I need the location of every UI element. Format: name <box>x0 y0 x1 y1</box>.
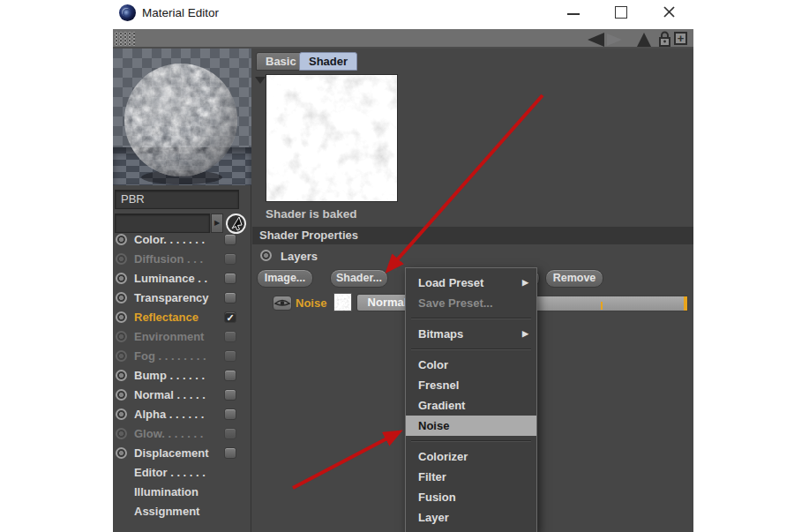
title-bar: Material Editor <box>113 0 693 27</box>
layer-name: Noise <box>296 296 326 310</box>
nav-up-icon[interactable] <box>637 33 651 47</box>
menu-item-bitmaps[interactable]: Bitmaps▶ <box>406 324 536 344</box>
tab-shader[interactable]: Shader <box>299 52 357 71</box>
material-preview <box>113 49 251 185</box>
menu-item-gradient[interactable]: Gradient <box>406 395 536 416</box>
menu-item-label: Noise <box>418 419 449 432</box>
menu-item-fresnel[interactable]: Fresnel <box>406 375 536 395</box>
channel-row-transparency[interactable]: Transparency <box>113 288 251 308</box>
menu-item-layer[interactable]: Layer <box>406 507 536 528</box>
submenu-arrow-icon: ▶ <box>522 273 528 293</box>
channel-checkbox[interactable] <box>224 428 236 439</box>
collapse-triangle-icon[interactable] <box>255 77 266 84</box>
channel-row-illumination[interactable]: Illumination <box>113 483 251 502</box>
channel-row-fog[interactable]: Fog . . . . . . . . <box>113 347 251 366</box>
image-button[interactable]: Image... <box>257 269 313 288</box>
channel-checkbox[interactable] <box>224 331 236 342</box>
lock-icon[interactable] <box>658 31 671 48</box>
channel-row-alpha[interactable]: Alpha . . . . . . <box>113 405 251 424</box>
channel-label: Displacement <box>134 446 209 460</box>
channel-label: Environment <box>134 330 204 343</box>
layer-visibility-toggle[interactable] <box>273 296 292 311</box>
channel-checkbox[interactable] <box>224 447 236 459</box>
channel-radio-icon[interactable] <box>116 331 127 342</box>
channel-radio-icon[interactable] <box>116 389 127 401</box>
channel-checkbox[interactable] <box>224 273 236 284</box>
channel-checkbox[interactable] <box>224 389 236 401</box>
channel-radio-icon[interactable] <box>116 428 127 439</box>
channel-row-reflectance[interactable]: Reflectance✓ <box>113 308 251 327</box>
channel-checkbox[interactable] <box>224 292 236 303</box>
menu-item-noise[interactable]: Noise <box>406 416 536 436</box>
menu-item-colorizer[interactable]: Colorizer <box>406 446 536 467</box>
maximize-button[interactable] <box>610 4 633 23</box>
channel-row-normal[interactable]: Normal . . . . . <box>113 386 251 405</box>
menu-item-label: Filter <box>418 470 446 483</box>
channel-row-displacement[interactable]: Displacement <box>113 444 251 463</box>
drag-grip-icon[interactable] <box>115 32 135 46</box>
channel-radio-icon[interactable] <box>116 447 127 459</box>
channel-radio-icon[interactable] <box>116 350 127 362</box>
channel-row-bump[interactable]: Bump . . . . . . <box>113 366 251 386</box>
channel-checkbox[interactable] <box>224 350 236 362</box>
channel-radio-icon[interactable] <box>116 234 127 245</box>
channel-checkbox-checked[interactable]: ✓ <box>224 311 236 323</box>
menu-item-label: Color <box>418 358 448 371</box>
preview-sphere <box>113 49 251 185</box>
channel-label: Glow. . . . . . . <box>134 427 203 440</box>
channel-label: Reflectance <box>134 311 198 324</box>
menu-item-label: Fresnel <box>418 378 459 392</box>
shader-texture-preview <box>266 74 398 202</box>
channel-row-assignment[interactable]: Assignment <box>113 502 251 521</box>
channel-radio-icon[interactable] <box>116 273 127 284</box>
shader-button[interactable]: Shader... <box>330 269 388 288</box>
channel-row-editor[interactable]: Editor . . . . . . <box>113 463 251 483</box>
menu-separator <box>411 318 531 319</box>
channel-label: Fog . . . . . . . . <box>134 349 206 363</box>
channel-radio-icon[interactable] <box>116 311 127 323</box>
menu-item-label: Fusion <box>418 491 456 504</box>
channel-radio-icon[interactable] <box>116 292 127 303</box>
menu-item-label: Gradient <box>418 399 465 412</box>
minimize-button[interactable] <box>562 4 585 23</box>
layers-label: Layers <box>281 250 318 263</box>
close-button[interactable] <box>658 4 681 23</box>
channel-radio-icon[interactable] <box>116 370 127 381</box>
layer-thumbnail[interactable] <box>333 293 352 311</box>
channel-radio-icon[interactable] <box>116 253 127 265</box>
menu-item-load-preset[interactable]: Load Preset▶ <box>406 273 536 293</box>
channel-checkbox[interactable] <box>224 370 236 381</box>
nav-back-icon[interactable] <box>588 33 604 47</box>
channel-row-glow[interactable]: Glow. . . . . . . <box>113 424 251 444</box>
shader-context-menu: Load Preset▶Save Preset...Bitmaps▶ColorF… <box>405 267 537 532</box>
channel-radio-icon[interactable] <box>116 408 127 420</box>
channel-row-luminance[interactable]: Luminance . . <box>113 269 251 288</box>
channel-label: Alpha . . . . . . <box>134 408 204 421</box>
editor-toolbar: + <box>113 29 693 49</box>
eye-icon <box>273 296 291 310</box>
cinema4d-app-icon <box>119 4 136 21</box>
menu-item-filter[interactable]: Filter <box>406 467 536 487</box>
menu-item-color[interactable]: Color <box>406 355 536 375</box>
channel-label: Diffusion . . . <box>134 252 203 266</box>
maximize-icon <box>615 6 627 19</box>
material-name-field[interactable]: PBR <box>115 190 239 209</box>
channel-checkbox[interactable] <box>224 234 236 245</box>
channel-label: Luminance . . <box>134 272 207 285</box>
channel-list: Color. . . . . . .Diffusion . . .Luminan… <box>113 230 251 521</box>
channel-row-color[interactable]: Color. . . . . . . <box>113 230 251 250</box>
channel-label: Assignment <box>134 505 199 518</box>
menu-item-label: Colorizer <box>418 450 468 463</box>
channel-checkbox[interactable] <box>224 253 236 265</box>
material-editor-window: Material Editor + <box>113 0 693 532</box>
menu-item-label: Load Preset <box>418 276 483 289</box>
minimize-icon <box>567 13 580 15</box>
menu-item-fusion[interactable]: Fusion <box>406 487 536 507</box>
add-panel-icon[interactable]: + <box>674 32 687 45</box>
slider-tick <box>601 302 603 310</box>
channel-checkbox[interactable] <box>224 408 236 420</box>
channel-row-diffusion[interactable]: Diffusion . . . <box>113 250 251 269</box>
main-area: PBR ▶ Color. . . . . . .Diffusion . . .L… <box>113 49 693 532</box>
remove-button[interactable]: Remove <box>545 269 603 288</box>
channel-row-environment[interactable]: Environment <box>113 327 251 347</box>
